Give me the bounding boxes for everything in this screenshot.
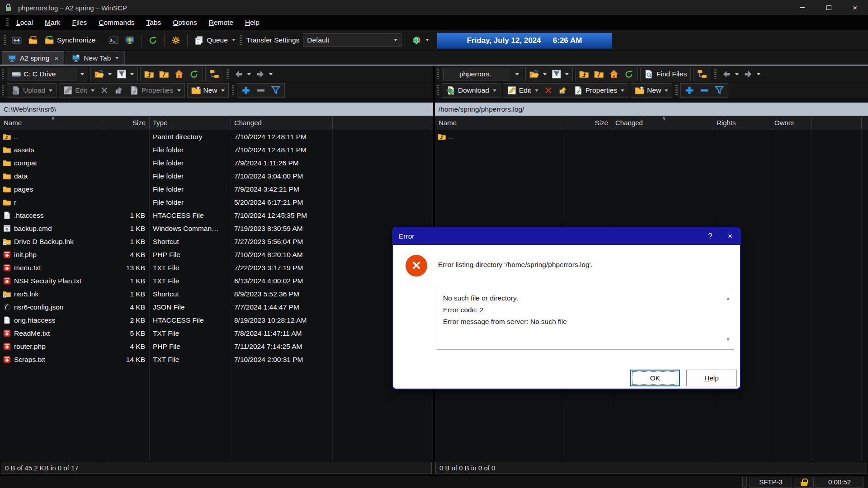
toolbar-grip[interactable] xyxy=(437,69,439,80)
table-row[interactable]: .htaccess1 KBHTACCESS File7/10/2024 12:4… xyxy=(0,209,433,222)
local-column-headers[interactable]: Name∧SizeTypeChanged xyxy=(0,116,433,130)
unselect-files-button[interactable] xyxy=(254,84,268,97)
directory-tree-button[interactable] xyxy=(207,68,222,80)
rename-button[interactable] xyxy=(112,84,127,97)
table-row[interactable]: menu.txt13 KBTXT File7/22/2023 3:17:19 P… xyxy=(0,261,433,274)
synchronize-button[interactable]: Synchronize xyxy=(41,33,99,47)
dialog-detail-box[interactable]: No such file or directory. Error code: 2… xyxy=(437,288,734,350)
refresh-panel-button[interactable] xyxy=(187,68,201,80)
column-header-rights[interactable]: Rights xyxy=(713,116,771,130)
table-row[interactable]: compatFile folder7/9/2024 1:11:26 PM xyxy=(0,156,433,169)
select-files-button[interactable] xyxy=(239,84,253,97)
root-directory-button[interactable] xyxy=(592,68,606,80)
toolbar-grip[interactable] xyxy=(2,69,4,80)
table-row[interactable]: pagesFile folder7/9/2024 3:42:21 PM xyxy=(0,183,433,196)
console-commands-button[interactable] xyxy=(122,33,138,47)
selection-filter-button[interactable] xyxy=(269,84,283,97)
drive-selector[interactable]: C: C Drive xyxy=(9,68,76,80)
table-row[interactable]: rFile folder5/20/2024 6:17:21 PM xyxy=(0,196,433,209)
encryption-cell[interactable] xyxy=(794,477,814,488)
remote-directory-selector[interactable]: phperrors. xyxy=(443,68,511,80)
table-row[interactable]: init.php4 KBPHP File7/10/2024 8:20:10 AM xyxy=(0,248,433,261)
close-tab-icon[interactable]: × xyxy=(54,54,58,62)
transfer-mode-button[interactable] xyxy=(408,33,432,47)
scroll-down-icon[interactable]: ▼ xyxy=(726,333,731,345)
help-button[interactable]: Help xyxy=(686,370,737,386)
sync-browsing-button[interactable] xyxy=(25,33,41,47)
dialog-close-button[interactable]: × xyxy=(720,228,740,245)
table-row[interactable]: ReadMe.txt5 KBTXT File7/8/2024 11:47:11 … xyxy=(0,327,433,340)
toolbar-grip[interactable] xyxy=(4,35,6,46)
unselect-files-button[interactable] xyxy=(697,84,712,97)
menu-item-tabs[interactable]: Tabs xyxy=(141,15,167,30)
properties-button[interactable]: Properties xyxy=(127,84,183,97)
open-directory-button[interactable] xyxy=(92,68,114,80)
column-header-changed[interactable]: Changed xyxy=(231,116,332,130)
toolbar-grip2[interactable] xyxy=(240,35,242,46)
edit-button[interactable]: Edit xyxy=(61,84,97,97)
close-button[interactable]: × xyxy=(842,0,868,15)
parent-directory-button[interactable] xyxy=(142,68,156,80)
parent-directory-button[interactable] xyxy=(577,68,591,80)
forward-button[interactable] xyxy=(741,68,763,80)
toolbar-grip[interactable] xyxy=(2,85,4,96)
column-header-owner[interactable]: Owner xyxy=(771,116,811,130)
remote-path-bar[interactable]: /home/spring/phperrors.log/ xyxy=(435,103,868,116)
download-button[interactable]: Download xyxy=(443,84,499,97)
table-row[interactable]: ..Parent directory7/10/2024 12:48:11 PM xyxy=(0,130,433,143)
properties-button[interactable]: Properties xyxy=(571,84,627,97)
rename-button[interactable] xyxy=(556,84,571,97)
ok-button[interactable]: OK xyxy=(630,370,680,386)
selection-filter-button[interactable] xyxy=(712,84,726,97)
filter-button[interactable] xyxy=(549,68,571,80)
table-row[interactable]: NSR Security Plan.txt1 KBTXT File6/13/20… xyxy=(0,274,433,287)
column-header-size[interactable]: Size xyxy=(103,116,149,130)
table-row[interactable]: router.php4 KBPHP File7/11/2024 7:14:25 … xyxy=(0,340,433,353)
drive-selector-dropdown[interactable] xyxy=(77,68,86,80)
back-button[interactable] xyxy=(719,68,741,80)
open-directory-button[interactable] xyxy=(527,68,549,80)
table-row[interactable]: orig.htaccess2 KBHTACCESS File8/19/2023 … xyxy=(0,314,433,327)
table-row[interactable]: assetsFile folder7/10/2024 12:48:11 PM xyxy=(0,143,433,156)
edit-button[interactable]: Edit xyxy=(505,84,541,97)
scroll-up-icon[interactable]: ▲ xyxy=(726,292,731,304)
menu-grip[interactable] xyxy=(6,18,9,27)
menu-item-commands[interactable]: Commands xyxy=(93,15,140,30)
directory-tree-button[interactable] xyxy=(695,68,709,80)
menu-item-options[interactable]: Options xyxy=(167,15,203,30)
swap-panels-button[interactable] xyxy=(9,33,25,47)
toolbar-grip[interactable] xyxy=(226,69,229,80)
menu-item-local[interactable]: Local xyxy=(10,15,39,30)
local-path-bar[interactable]: C:\Web\nsr\nsr6\ xyxy=(0,103,433,116)
menu-item-help[interactable]: Help xyxy=(239,15,265,30)
remote-column-headers[interactable]: NameSizeChanged∨RightsOwner xyxy=(435,116,868,130)
preferences-button[interactable] xyxy=(168,33,184,47)
table-row[interactable]: nsr6-config.json4 KBJSON File7/7/2024 1:… xyxy=(0,300,433,314)
table-row[interactable]: backup.cmd1 KBWindows Comman…7/19/2023 8… xyxy=(0,222,433,235)
open-terminal-button[interactable] xyxy=(105,33,122,47)
find-files-button[interactable]: Find Files xyxy=(642,68,689,80)
tab-new-tab[interactable]: New Tab xyxy=(66,51,125,65)
dialog-help-button[interactable]: ? xyxy=(700,228,720,245)
queue-button[interactable]: Queue xyxy=(191,33,239,47)
toolbar-grip[interactable] xyxy=(714,69,717,80)
menu-item-files[interactable]: Files xyxy=(66,15,93,30)
menu-item-remote[interactable]: Remote xyxy=(203,15,239,30)
back-button[interactable] xyxy=(231,68,253,80)
transfer-settings-dropdown[interactable]: Default xyxy=(303,33,401,47)
delete-button[interactable] xyxy=(541,84,556,97)
refresh-panel-button[interactable] xyxy=(622,68,636,80)
menu-item-mark[interactable]: Mark xyxy=(39,15,66,30)
column-header-type[interactable]: Type xyxy=(149,116,231,130)
delete-button[interactable] xyxy=(97,84,112,97)
upload-button[interactable]: Upload xyxy=(9,84,55,97)
table-row[interactable]: dataFile folder7/10/2024 3:04:00 PM xyxy=(0,169,433,183)
column-header-size[interactable]: Size xyxy=(563,116,612,130)
tab-a2-spring[interactable]: A2 spring × xyxy=(2,51,64,65)
table-row[interactable]: Drive D Backup.lnk1 KBShortcut7/27/2023 … xyxy=(0,235,433,248)
new-button[interactable]: New xyxy=(632,84,670,97)
toolbar-grip[interactable] xyxy=(675,85,678,96)
filter-button[interactable] xyxy=(114,68,136,80)
table-row[interactable]: Scraps.txt14 KBTXT File7/10/2024 2:00:31… xyxy=(0,353,433,366)
toolbar-grip[interactable] xyxy=(437,85,439,96)
